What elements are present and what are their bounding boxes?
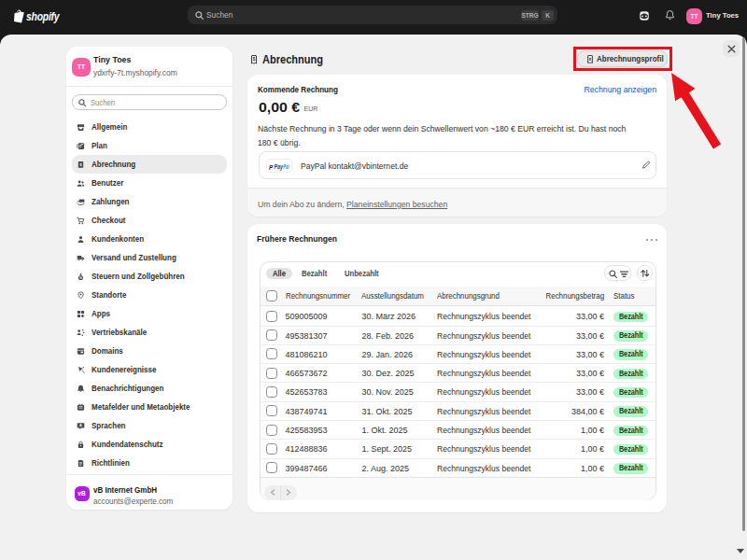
svg-text:Pal: Pal [283,163,289,170]
svg-text:A: A [79,424,82,427]
svg-text:$: $ [253,57,256,62]
svg-text:P: P [269,162,274,170]
